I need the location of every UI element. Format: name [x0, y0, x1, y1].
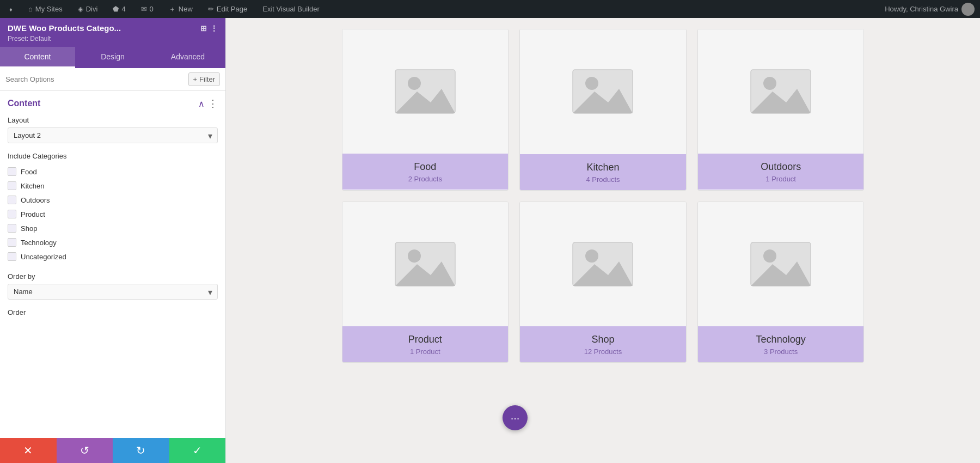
my-sites-label: My Sites	[35, 5, 63, 13]
undo-button[interactable]: ↺	[57, 438, 113, 463]
order-field: Order	[8, 308, 218, 316]
feedback-menu[interactable]: ✉ 0	[138, 0, 157, 18]
my-sites-menu[interactable]: ⌂ My Sites	[25, 0, 66, 18]
edit-page-link[interactable]: ✏ Edit Page	[205, 0, 250, 18]
undo-icon: ↺	[80, 444, 89, 457]
exit-visual-builder-link[interactable]: Exit Visual Builder	[259, 0, 323, 18]
category-image-product	[342, 202, 509, 326]
fab-button[interactable]: ···	[503, 405, 528, 430]
content-section-title: Content	[8, 99, 40, 108]
divi-menu[interactable]: ◈ Divi	[75, 0, 101, 18]
cat-name-food: Food	[21, 168, 37, 176]
wp-icon: ⬧	[9, 5, 13, 13]
category-info-product: Product 1 Product	[342, 326, 509, 362]
cat-name-technology: Technology	[21, 239, 57, 247]
layout-field: Layout Layout 2 Layout 1 Layout 3	[8, 116, 218, 143]
search-bar: + Filter	[0, 68, 225, 91]
category-info-shop: Shop 12 Products	[520, 326, 686, 362]
layout-select[interactable]: Layout 2 Layout 1 Layout 3	[8, 127, 218, 143]
preset-label[interactable]: Preset: Default	[8, 35, 51, 42]
placeholder-image-icon	[570, 240, 635, 289]
placeholder-image-icon	[748, 240, 813, 289]
cat-checkbox-kitchen[interactable]	[8, 181, 16, 190]
order-label: Order	[8, 308, 218, 316]
svg-point-4	[585, 77, 598, 90]
category-count-food[interactable]: 2 Products	[348, 175, 503, 183]
edit-page-label: Edit Page	[217, 5, 247, 13]
include-categories-section: Include Categories Food Kitchen Outdoors…	[8, 152, 218, 264]
cat-checkbox-food[interactable]	[8, 167, 16, 176]
category-card-technology[interactable]: Technology 3 Products	[697, 202, 865, 363]
tab-advanced[interactable]: Advanced	[150, 47, 225, 68]
panel-tabs: Content Design Advanced	[0, 47, 225, 68]
cat-name-kitchen: Kitchen	[21, 182, 44, 190]
cat-checkbox-shop[interactable]	[8, 224, 16, 233]
redo-button[interactable]: ↻	[113, 438, 169, 463]
category-card-product[interactable]: Product 1 Product	[342, 202, 509, 363]
feedback-count: 0	[150, 5, 154, 13]
speech-icon: ⬟	[113, 5, 119, 13]
divi-icon: ◈	[78, 5, 83, 13]
category-info-technology: Technology 3 Products	[698, 326, 864, 362]
new-menu[interactable]: ＋ New	[166, 0, 196, 18]
tab-content[interactable]: Content	[0, 47, 75, 68]
user-menu[interactable]: Howdy, Christina Gwira	[885, 3, 975, 16]
comments-menu[interactable]: ⬟ 4	[109, 0, 128, 18]
cat-item-kitchen: Kitchen	[8, 179, 218, 193]
search-input[interactable]	[5, 75, 184, 83]
canvas: Food 2 Products Kitchen 4 Products	[226, 18, 980, 463]
howdy-text: Howdy, Christina Gwira	[885, 5, 958, 13]
svg-point-13	[585, 249, 598, 263]
category-count-kitchen[interactable]: 4 Products	[525, 175, 681, 184]
save-button[interactable]: ✓	[169, 438, 226, 463]
plus-icon: ＋	[169, 4, 176, 14]
cancel-button[interactable]: ✕	[0, 438, 57, 463]
fab-icon: ···	[511, 412, 520, 424]
category-card-shop[interactable]: Shop 12 Products	[519, 202, 687, 363]
wp-logo[interactable]: ⬧	[5, 0, 16, 18]
avatar	[961, 3, 975, 16]
panel-more-icon[interactable]: ⋮	[210, 24, 218, 33]
cat-item-food: Food	[8, 165, 218, 179]
edit-icon: ✏	[208, 5, 214, 13]
category-count-shop[interactable]: 12 Products	[525, 348, 681, 356]
panel-title-text: DWE Woo Products Catego...	[8, 23, 121, 33]
category-card-outdoors[interactable]: Outdoors 1 Product	[697, 29, 865, 191]
category-count-technology[interactable]: 3 Products	[703, 348, 859, 356]
filter-plus-icon: +	[193, 75, 198, 83]
settings-panel: DWE Woo Products Catego... ⊞ ⋮ Preset: D…	[0, 18, 226, 463]
svg-point-7	[763, 77, 776, 90]
product-grid: Food 2 Products Kitchen 4 Products	[342, 29, 865, 363]
divi-label: Divi	[86, 5, 98, 13]
category-card-food[interactable]: Food 2 Products	[342, 29, 509, 191]
tab-design[interactable]: Design	[75, 47, 150, 68]
redo-icon: ↻	[136, 444, 145, 457]
category-count-outdoors[interactable]: 1 Product	[703, 175, 859, 183]
content-options-icon[interactable]: ⋮	[208, 98, 218, 109]
category-info-food: Food 2 Products	[342, 154, 509, 190]
order-by-select[interactable]: Name Date Count ID	[8, 284, 218, 300]
category-count-product[interactable]: 1 Product	[348, 348, 503, 356]
cat-checkbox-uncategorized[interactable]	[8, 252, 16, 261]
panel-header: DWE Woo Products Catego... ⊞ ⋮ Preset: D…	[0, 18, 225, 47]
category-name-shop: Shop	[525, 334, 681, 345]
save-icon: ✓	[193, 444, 202, 457]
content-section-header: Content ∧ ⋮	[8, 98, 218, 109]
order-by-label: Order by	[8, 272, 218, 281]
cat-checkbox-outdoors[interactable]	[8, 196, 16, 204]
category-image-food	[342, 29, 509, 154]
filter-button[interactable]: + Filter	[188, 72, 220, 86]
exit-vb-label: Exit Visual Builder	[262, 5, 320, 13]
placeholder-image-icon	[570, 67, 635, 116]
content-collapse-icon[interactable]: ∧	[198, 99, 205, 109]
cat-checkbox-technology[interactable]	[8, 238, 16, 247]
placeholder-image-icon	[393, 67, 458, 116]
cat-checkbox-product[interactable]	[8, 210, 16, 218]
cat-name-product: Product	[21, 210, 45, 218]
category-card-kitchen[interactable]: Kitchen 4 Products	[519, 29, 687, 191]
comment-count: 4	[121, 5, 125, 13]
filter-label: Filter	[199, 75, 215, 83]
panel-grid-icon[interactable]: ⊞	[200, 24, 207, 33]
cat-item-shop: Shop	[8, 221, 218, 235]
panel-content: Content ∧ ⋮ Layout Layout 2 Layout 1 Lay…	[0, 91, 225, 438]
